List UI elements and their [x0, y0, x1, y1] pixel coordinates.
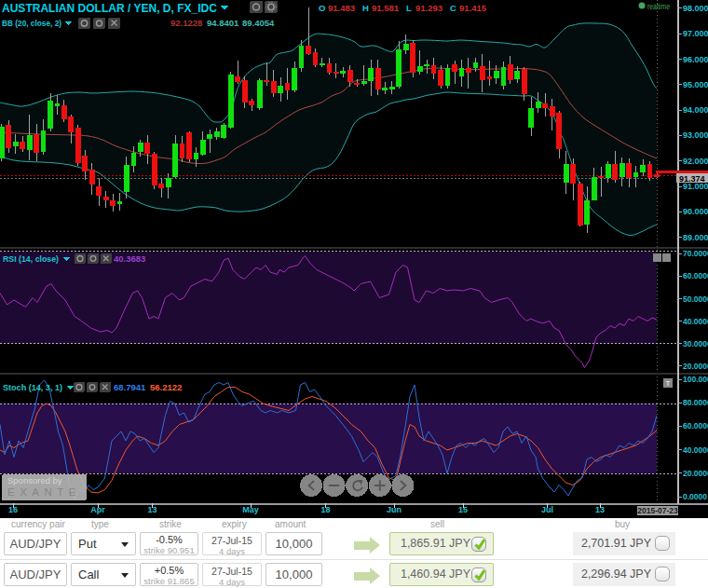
svg-text:91.374: 91.374: [679, 174, 705, 184]
svg-text:91.000: 91.000: [683, 182, 708, 191]
svg-text:L: L: [406, 3, 412, 13]
svg-text:O: O: [319, 3, 325, 13]
svg-text:68.7941: 68.7941: [114, 382, 146, 392]
svg-text:BB (20, close, 2): BB (20, close, 2): [2, 18, 61, 28]
svg-text:90.000: 90.000: [683, 207, 708, 216]
svg-text:H: H: [362, 3, 369, 13]
svg-text:96.000: 96.000: [683, 55, 708, 64]
svg-text:2015-07-23: 2015-07-23: [637, 506, 678, 515]
svg-text:80.0000: 80.0000: [683, 398, 708, 407]
svg-text:RSI (14, close): RSI (14, close): [3, 253, 59, 264]
svg-text:Stoch (14, 3, 1): Stoch (14, 3, 1): [3, 382, 62, 392]
svg-text:89.4054: 89.4054: [242, 18, 275, 28]
svg-text:92.1228: 92.1228: [170, 18, 202, 28]
svg-text:20.0000: 20.0000: [683, 362, 708, 371]
svg-text:0.0000: 0.0000: [683, 492, 707, 501]
svg-text:100.0000: 100.0000: [683, 375, 708, 384]
svg-text:EXANTE: EXANTE: [7, 486, 81, 498]
svg-text:98.000: 98.000: [683, 4, 708, 13]
svg-text:60.0000: 60.0000: [683, 421, 708, 431]
svg-text:91.415: 91.415: [459, 3, 487, 13]
svg-text:70.0000: 70.0000: [683, 249, 708, 258]
svg-text:40.0000: 40.0000: [683, 445, 708, 455]
svg-text:92.000: 92.000: [683, 157, 708, 166]
svg-text:20.0000: 20.0000: [683, 469, 708, 478]
svg-text:C: C: [450, 3, 456, 13]
svg-text:91.581: 91.581: [372, 3, 400, 13]
svg-text:60.0000: 60.0000: [683, 271, 708, 280]
svg-text:40.0000: 40.0000: [683, 317, 708, 326]
svg-text:94.8401: 94.8401: [207, 18, 239, 28]
svg-text:Sponsored by: Sponsored by: [7, 475, 62, 485]
svg-text:93.000: 93.000: [683, 130, 708, 140]
svg-text:56.2122: 56.2122: [150, 382, 182, 392]
svg-text:94.000: 94.000: [683, 105, 708, 115]
svg-text:T: T: [666, 379, 671, 388]
svg-text:95.000: 95.000: [683, 80, 708, 89]
svg-text:30.0000: 30.0000: [683, 339, 708, 349]
svg-text:AUSTRALIAN DOLLAR / YEN, D, FX: AUSTRALIAN DOLLAR / YEN, D, FX_IDC: [2, 1, 218, 15]
svg-text:realtime: realtime: [647, 2, 670, 11]
svg-text:91.483: 91.483: [328, 3, 355, 13]
svg-text:50.0000: 50.0000: [683, 294, 708, 304]
svg-text:97.000: 97.000: [683, 29, 708, 38]
svg-text:40.3683: 40.3683: [114, 253, 145, 264]
svg-text:91.293: 91.293: [415, 3, 442, 13]
svg-text:89.000: 89.000: [683, 233, 708, 242]
